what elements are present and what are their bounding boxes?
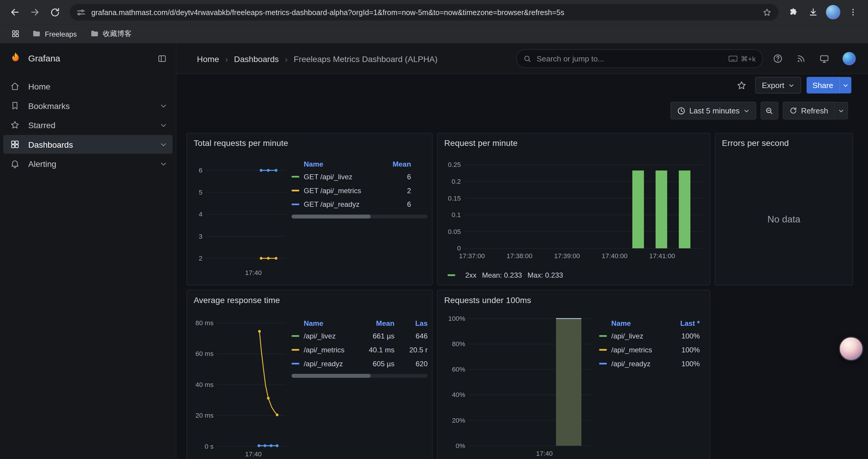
chevron-down-icon	[838, 107, 844, 114]
total-requests-chart[interactable]: 6543217:40	[191, 154, 288, 282]
column-header[interactable]: Las	[398, 319, 428, 327]
search-icon	[523, 54, 531, 63]
column-header[interactable]: Name	[304, 160, 375, 168]
bar[interactable]	[656, 170, 667, 249]
series-dot	[270, 444, 272, 447]
dashboard-toolbar: Last 5 minutes Refresh	[176, 96, 868, 125]
bar[interactable]	[556, 319, 582, 446]
y-tick-label: 0 s	[205, 443, 214, 450]
share-button[interactable]: Share	[806, 77, 839, 93]
series-name: /api/_readyz	[304, 359, 358, 368]
scrollbar-thumb[interactable]	[291, 215, 370, 219]
chevron-down-icon[interactable]	[160, 141, 167, 148]
legend-scrollbar[interactable]	[291, 374, 428, 378]
series-dot	[276, 414, 278, 416]
chevron-down-icon[interactable]	[160, 160, 167, 167]
legend-row[interactable]: GET /api/_livez6	[291, 170, 428, 184]
average-response-time-chart[interactable]: 80 ms60 ms40 ms20 ms0 s17:40	[191, 311, 288, 459]
user-avatar[interactable]	[843, 52, 856, 65]
y-tick-label: 40%	[452, 391, 465, 398]
monitor-icon[interactable]	[819, 54, 829, 64]
series-name: /api/_readyz	[611, 359, 663, 368]
legend-row[interactable]: /api/_readyz100%	[599, 357, 700, 371]
y-tick-label: 2	[199, 255, 203, 262]
search-input[interactable]: Search or jump to... ⌘+k	[516, 49, 763, 68]
series-dot	[275, 169, 277, 172]
breadcrumb-home[interactable]: Home	[197, 54, 219, 64]
sidebar-item-starred[interactable]: Starred	[3, 116, 173, 134]
series-value: 6	[378, 200, 411, 208]
downloads-icon[interactable]	[804, 3, 823, 22]
series-dot	[276, 444, 278, 447]
series-dot	[267, 397, 270, 400]
legend-row[interactable]: GET /api/_readyz6	[291, 197, 428, 211]
forward-button[interactable]	[25, 3, 44, 22]
legend-row[interactable]: /api/_livez661 µs646	[291, 329, 428, 343]
bar[interactable]	[679, 170, 690, 249]
request-per-minute-chart[interactable]: 0.250.20.150.10.05017:37:0017:38:0017:39…	[442, 154, 706, 282]
zoom-out-button[interactable]	[761, 102, 778, 120]
column-header[interactable]: Last *	[666, 319, 700, 327]
bookmark-folder-freeleaps[interactable]: Freeleaps	[28, 28, 81, 40]
help-icon[interactable]	[773, 54, 783, 64]
share-menu-button[interactable]	[839, 77, 851, 93]
back-button[interactable]	[6, 3, 25, 22]
refresh-interval-button[interactable]	[835, 102, 848, 120]
legend-row[interactable]: /api/_metrics40.1 ms20.5 r	[291, 343, 428, 357]
series-color-dash	[291, 335, 299, 337]
site-settings-icon[interactable]	[76, 7, 86, 17]
legend-row[interactable]: GET /api/_metrics2	[291, 184, 428, 198]
column-header[interactable]: Name	[304, 319, 358, 327]
series-line[interactable]	[259, 331, 277, 415]
grafana-sidebar: Grafana Home Bookmarks Starred	[0, 44, 176, 459]
profile-avatar[interactable]	[824, 3, 843, 22]
url-bar[interactable]: grafana.mathmast.com/d/deytv4rwavabkb/fr…	[70, 4, 778, 21]
sidebar-item-alerting[interactable]: Alerting	[3, 154, 173, 173]
reload-button[interactable]	[45, 3, 64, 22]
breadcrumb-dashboards[interactable]: Dashboards	[234, 54, 279, 64]
sidebar-collapse-icon[interactable]	[157, 54, 167, 64]
export-button[interactable]: Export	[755, 77, 801, 93]
time-range-picker[interactable]: Last 5 minutes	[670, 102, 756, 120]
bookmark-star-icon[interactable]	[762, 7, 772, 17]
assistant-avatar-button[interactable]	[839, 336, 864, 361]
chevron-down-icon[interactable]	[160, 102, 167, 109]
bookmark-folder-blogs[interactable]: 收藏博客	[86, 27, 136, 40]
column-header[interactable]: Mean	[361, 319, 395, 327]
column-header[interactable]: Mean	[378, 160, 411, 168]
scrollbar-thumb[interactable]	[291, 374, 370, 378]
series-dot	[260, 257, 262, 260]
favorite-star-icon[interactable]	[733, 77, 749, 93]
legend-max: Max: 0.233	[527, 271, 563, 280]
legend-row[interactable]: /api/_readyz605 µs620	[291, 357, 428, 371]
series-color-dash	[291, 190, 299, 191]
legend-scrollbar[interactable]	[291, 215, 428, 219]
legend-series-name[interactable]: 2xx	[465, 271, 476, 280]
column-header[interactable]: Name	[611, 319, 663, 327]
series-color-dash	[291, 203, 299, 205]
sidebar-item-dashboards[interactable]: Dashboards	[3, 135, 173, 154]
sidebar-item-bookmarks[interactable]: Bookmarks	[3, 96, 173, 115]
breadcrumb-separator: ›	[225, 54, 228, 64]
bar[interactable]	[632, 170, 644, 249]
y-tick-label: 60%	[452, 366, 465, 373]
x-tick-label: 17:39:00	[554, 252, 580, 260]
share-split-button: Share	[806, 77, 851, 93]
news-rss-icon[interactable]	[796, 54, 806, 64]
refresh-button[interactable]: Refresh	[783, 102, 835, 120]
series-name: GET /api/_readyz	[304, 200, 375, 208]
bookmark-label: Freeleaps	[45, 30, 77, 38]
extensions-icon[interactable]	[784, 3, 803, 22]
x-tick-label: 17:40	[245, 451, 261, 458]
apps-grid-icon[interactable]	[8, 26, 23, 41]
sidebar-item-home[interactable]: Home	[3, 77, 173, 96]
panel-title: Requests under 100ms	[438, 290, 710, 305]
legend-row[interactable]: /api/_livez100%	[599, 329, 700, 343]
legend-row[interactable]: /api/_metrics100%	[599, 343, 700, 357]
series-value: 2	[378, 186, 411, 195]
series-name: /api/_metrics	[611, 346, 663, 354]
breadcrumb: Home › Dashboards › Freeleaps Metrics Da…	[197, 54, 506, 64]
browser-menu-icon[interactable]	[844, 3, 863, 22]
chevron-down-icon[interactable]	[160, 121, 167, 129]
grafana-logo	[9, 51, 22, 66]
